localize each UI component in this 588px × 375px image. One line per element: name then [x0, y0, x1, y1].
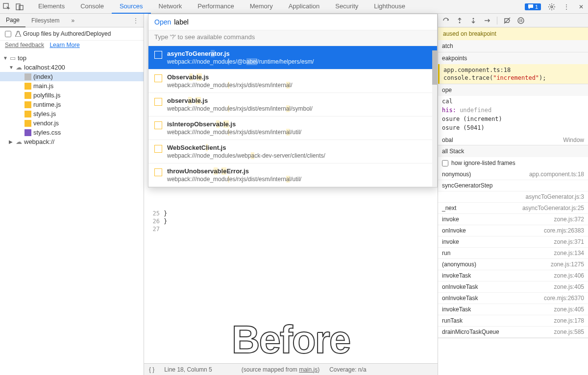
- breakpoint-row[interactable]: app.component.ts:18 console.trace("incre…: [438, 64, 588, 84]
- stack-frame[interactable]: drainMicroTaskQueuezone.js:585: [438, 327, 588, 338]
- stack-frame[interactable]: onInvokeTaskcore.mjs:26370: [438, 293, 588, 304]
- tab-console[interactable]: Console: [73, 0, 112, 14]
- tab-network[interactable]: Network: [151, 0, 190, 14]
- navigator-tabs: Page Filesystem » ⋮: [0, 14, 144, 27]
- feedback-count: 1: [535, 4, 538, 10]
- file-icon: [154, 74, 162, 82]
- tree-top[interactable]: ▼▭top: [0, 53, 144, 63]
- result-path: webpack:///node_modules/@babel/runtime/h…: [167, 58, 314, 65]
- gutter: 25 26 27: [144, 210, 164, 233]
- stack-frame[interactable]: invokeTaskzone.js:405: [438, 304, 588, 315]
- debugger-panel: aused on breakpoint atch eakpoints app.c…: [438, 14, 588, 375]
- code-lines[interactable]: } }: [164, 210, 167, 233]
- svg-rect-1: [16, 4, 20, 10]
- paused-banner: aused on breakpoint: [438, 27, 588, 40]
- stack-frame[interactable]: nonymous)app.component.ts:18: [438, 169, 588, 180]
- tab-sources[interactable]: Sources: [112, 0, 151, 14]
- nav-more-icon[interactable]: ⋮: [128, 17, 144, 24]
- scrollbar-thumb[interactable]: [432, 50, 437, 85]
- file-icon: [154, 51, 162, 59]
- result-path: webpack:///node_modules/rxjs/dist/esm/in…: [167, 129, 301, 136]
- breakpoints-section: eakpoints app.component.ts:18 console.tr…: [438, 52, 588, 84]
- source-map-link[interactable]: main.js: [299, 366, 318, 373]
- nav-tab-page[interactable]: Page: [0, 14, 25, 27]
- send-feedback-link[interactable]: Send feedback: [5, 42, 44, 48]
- result-path: webpack:///node_modules/rxjs/dist/esm/in…: [167, 176, 301, 183]
- settings-icon[interactable]: [548, 3, 556, 11]
- tree-file-index[interactable]: (index): [0, 72, 144, 81]
- tree-file-styles-css[interactable]: styles.css: [0, 128, 144, 137]
- quick-open-result[interactable]: throwUnobservableError.js webpack:///nod…: [148, 164, 437, 187]
- scope-global[interactable]: obal Window: [438, 135, 588, 145]
- learn-more-link[interactable]: Learn More: [49, 42, 79, 48]
- quick-open-result[interactable]: WebSocketClient.js webpack:///node_modul…: [148, 140, 437, 164]
- stack-frame[interactable]: onInvokeTaskzone.js:405: [438, 281, 588, 293]
- stack-frame[interactable]: runzone.js:134: [438, 248, 588, 259]
- result-path: webpack:///node_modules/rxjs/dist/esm/in…: [167, 82, 293, 89]
- debug-toolbar: [438, 14, 588, 27]
- result-path: webpack:///node_modules/rxjs/dist/esm/in…: [167, 105, 313, 112]
- main-area: Page Filesystem » ⋮ Group files by Autho…: [0, 14, 588, 375]
- ignore-listed-checkbox[interactable]: [442, 160, 448, 166]
- source-mapped: (source mapped from main.js): [242, 366, 319, 373]
- watch-section: atch: [438, 40, 588, 52]
- tree-file-main[interactable]: main.js: [0, 81, 144, 91]
- stack-frame[interactable]: runTaskzone.js:178: [438, 315, 588, 327]
- breakpoints-header[interactable]: eakpoints: [438, 52, 588, 64]
- stack-frame[interactable]: invokezone.js:372: [438, 214, 588, 225]
- result-name: throwUnobservableError.js: [167, 167, 301, 175]
- deactivate-breakpoints-icon[interactable]: [503, 17, 511, 24]
- editor-statusbar: { } Line 18, Column 5 (source mapped fro…: [144, 363, 438, 375]
- stack-frame[interactable]: onInvokecore.mjs:26383: [438, 225, 588, 236]
- tree-file-vendor[interactable]: vendor.js: [0, 118, 144, 128]
- svg-rect-8: [521, 19, 522, 22]
- result-name: asyncToGenerator.js: [167, 50, 314, 57]
- stack-frame[interactable]: _nextasyncToGenerator.js:25: [438, 203, 588, 214]
- tree-file-styles-js[interactable]: styles.js: [0, 109, 144, 118]
- quick-open-input[interactable]: [174, 18, 431, 26]
- watch-header[interactable]: atch: [438, 40, 588, 52]
- tab-performance[interactable]: Performance: [190, 0, 242, 14]
- step-out-icon[interactable]: [483, 17, 491, 24]
- tab-application[interactable]: Application: [281, 0, 328, 14]
- close-icon[interactable]: ✕: [577, 3, 585, 11]
- pause-exceptions-icon[interactable]: [517, 17, 525, 24]
- step-into-icon[interactable]: [469, 17, 477, 24]
- feedback-button[interactable]: 1: [525, 3, 541, 10]
- scope-section: ope cal his: undefined osure (increment)…: [438, 84, 588, 145]
- step-over-icon[interactable]: [456, 17, 464, 24]
- nav-tab-more[interactable]: »: [65, 14, 80, 27]
- quick-open-result[interactable]: Observable.js webpack:///node_modules/rx…: [148, 70, 437, 93]
- callstack-header[interactable]: all Stack: [438, 145, 588, 157]
- stack-frame[interactable]: syncGeneratorStep: [438, 180, 588, 191]
- tree-host[interactable]: ▼☁localhost:4200: [0, 63, 144, 72]
- tree-file-polyfills[interactable]: polyfills.js: [0, 91, 144, 100]
- more-icon[interactable]: ⋮: [563, 3, 570, 11]
- tab-security[interactable]: Security: [327, 0, 366, 14]
- group-files-checkbox[interactable]: [5, 31, 11, 37]
- svg-point-3: [551, 6, 553, 8]
- nav-tab-filesystem[interactable]: Filesystem: [25, 14, 65, 27]
- file-icon: [154, 98, 162, 106]
- pretty-print-icon[interactable]: { }: [149, 366, 154, 373]
- quick-open-result[interactable]: asyncToGenerator.js webpack:///node_modu…: [148, 46, 437, 70]
- device-toolbar-icon[interactable]: [16, 3, 24, 11]
- quick-open-result[interactable]: isInteropObservable.js webpack:///node_m…: [148, 117, 437, 140]
- tab-lighthouse[interactable]: Lighthouse: [366, 0, 413, 14]
- scope-header[interactable]: ope: [438, 84, 588, 96]
- stack-frame[interactable]: invokezone.js:371: [438, 236, 588, 248]
- inspect-element-icon[interactable]: [3, 3, 11, 11]
- tree-webpack[interactable]: ▶☁webpack://: [0, 137, 144, 146]
- resume-icon[interactable]: [442, 17, 450, 24]
- quick-open-scrollbar[interactable]: [432, 50, 437, 187]
- stack-frame[interactable]: invokeTaskzone.js:406: [438, 270, 588, 281]
- stack-frame[interactable]: asyncToGenerator.js:3: [438, 191, 588, 203]
- tab-memory[interactable]: Memory: [242, 0, 281, 14]
- ignore-listed-row: how ignore-listed frames: [438, 157, 588, 169]
- tab-elements[interactable]: Elements: [30, 0, 73, 14]
- callstack-list: nonymous)app.component.ts:18 syncGenerat…: [438, 169, 588, 338]
- stack-frame[interactable]: (anonymous)zone.js:1275: [438, 259, 588, 270]
- tree-file-runtime[interactable]: runtime.js: [0, 100, 144, 109]
- quick-open-results: asyncToGenerator.js webpack:///node_modu…: [148, 46, 437, 187]
- quick-open-result[interactable]: observable.js webpack:///node_modules/rx…: [148, 93, 437, 117]
